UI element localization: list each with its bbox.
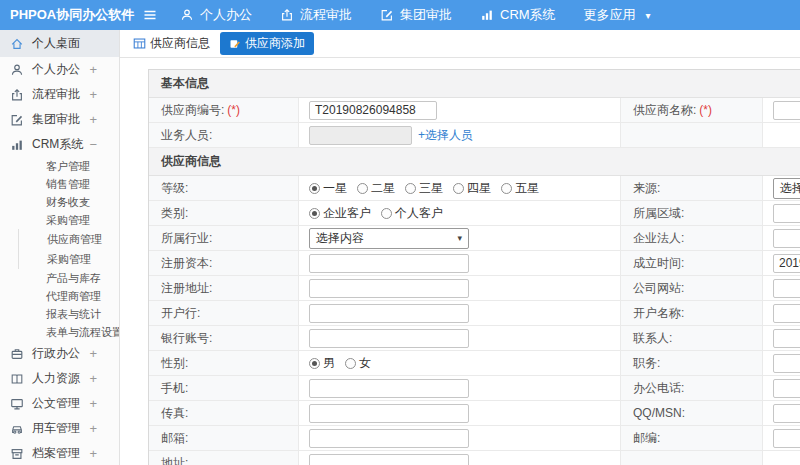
sidebar-item-vehicle-mgmt[interactable]: 用车管理+ (0, 416, 119, 441)
region-input[interactable] (773, 204, 800, 223)
fax-label: 传真: (149, 401, 299, 425)
expander-icon[interactable]: + (79, 272, 87, 285)
sidebar-item-finance-income-expense[interactable]: 财务收支+ (0, 193, 119, 211)
field-label-text: 手机: (161, 380, 188, 397)
office-phone-input[interactable] (773, 379, 800, 398)
legal-person-input[interactable] (773, 229, 800, 248)
supplier-name-input[interactable] (773, 101, 800, 120)
gender-radio-group: 男女 (309, 355, 381, 372)
mobile-input[interactable] (309, 379, 469, 398)
zip-code-input[interactable] (773, 429, 800, 448)
expander-icon[interactable]: + (89, 347, 97, 360)
account-name-input[interactable] (773, 304, 800, 323)
sidebar-item-form-workflow-settings[interactable]: 表单与流程设置+ (0, 323, 119, 341)
source-select[interactable]: 选择内容▾ (773, 178, 800, 199)
topnav-label: 更多应用 (584, 6, 636, 24)
sidebar-item-personal-office[interactable]: 个人办公+ (0, 57, 119, 82)
expander-icon[interactable]: + (79, 290, 87, 303)
sidebar-item-agent-mgmt[interactable]: 代理商管理+ (0, 287, 119, 305)
bank-branch-input[interactable] (309, 304, 469, 323)
topnav-crm-system[interactable]: CRM系统 (480, 6, 556, 24)
field-label-text: 企业法人: (633, 230, 684, 247)
category-radio-1[interactable] (381, 208, 392, 219)
level-radio-2[interactable] (405, 183, 416, 194)
level-radio-3[interactable] (453, 183, 464, 194)
company-website-label: 公司网站: (621, 276, 763, 300)
expander-icon[interactable]: + (79, 178, 87, 191)
company-website-input[interactable] (773, 279, 800, 298)
expander-icon[interactable]: − (89, 138, 97, 151)
address-input[interactable] (309, 454, 469, 465)
tab-supplier-info[interactable]: 供应商信息 (133, 35, 210, 52)
sidebar-item-process-approval[interactable]: 流程审批+ (0, 82, 119, 107)
sidebar-item-customer-mgmt[interactable]: 客户管理+ (0, 157, 119, 175)
edit-add-icon (229, 38, 241, 50)
sidebar-item-purchasing-mgmt[interactable]: 采购管理 (19, 249, 119, 269)
sidebar-item-supplier-mgmt[interactable]: 供应商管理 (19, 229, 119, 249)
sidebar-submenu-purchase-mgmt: 供应商管理采购管理 (18, 229, 119, 269)
expander-icon[interactable]: + (89, 422, 97, 435)
required-marker: (*) (227, 103, 240, 117)
level-radio-0[interactable] (309, 183, 320, 194)
field-label-text: 邮箱: (161, 430, 188, 447)
form-row: 等级:一星二星三星四星五星来源:选择内容▾ (149, 176, 800, 201)
sidebar-item-human-resources[interactable]: 人力资源+ (0, 366, 119, 391)
sidebar-item-sales-mgmt[interactable]: 销售管理+ (0, 175, 119, 193)
category-label: 类别: (149, 201, 299, 225)
sidebar-item-document-mgmt[interactable]: 公文管理+ (0, 391, 119, 416)
sidebar-item-reports-stats[interactable]: 报表与统计 (0, 305, 119, 323)
registered-capital-input[interactable] (309, 254, 469, 273)
gender-radio-1[interactable] (345, 358, 356, 369)
sidebar-item-archive-mgmt[interactable]: 档案管理+ (0, 441, 119, 465)
sidebar: 个人桌面个人办公+流程审批+集团审批+CRM系统−客户管理+销售管理+财务收支+… (0, 30, 120, 465)
gender-radio-0[interactable] (309, 358, 320, 369)
field-label-text: 所属区域: (633, 205, 684, 222)
user-icon (180, 8, 194, 22)
sidebar-item-admin-office[interactable]: 行政办公+ (0, 341, 119, 366)
level-radio-1[interactable] (357, 183, 368, 194)
industry-select[interactable]: 选择内容▾ (309, 228, 469, 249)
expander-icon[interactable]: + (79, 196, 87, 209)
sidebar-item-label: 用车管理 (32, 420, 80, 437)
expander-icon[interactable]: − (79, 214, 87, 227)
bank-account-input[interactable] (309, 329, 469, 348)
tab-supplier-add[interactable]: 供应商添加 (220, 32, 314, 55)
sidebar-item-group-approval[interactable]: 集团审批+ (0, 107, 119, 132)
category-radio-0[interactable] (309, 208, 320, 219)
menu-icon[interactable] (142, 7, 158, 23)
business-person-input[interactable] (309, 126, 412, 145)
expander-icon[interactable]: + (89, 113, 97, 126)
sidebar-item-product-inventory[interactable]: 产品与库存+ (0, 269, 119, 287)
sidebar-item-crm-system[interactable]: CRM系统− (0, 132, 119, 157)
sidebar-item-personal-desktop[interactable]: 个人桌面 (0, 30, 119, 57)
expander-icon[interactable]: + (89, 447, 97, 460)
expander-icon[interactable]: + (89, 397, 97, 410)
topnav-more-apps[interactable]: 更多应用▾ (584, 6, 651, 24)
share-icon (280, 8, 294, 22)
field-label-text: 地址: (161, 455, 188, 465)
expander-icon[interactable]: + (79, 160, 87, 173)
topnav-group-approval[interactable]: 集团审批 (380, 6, 452, 24)
registered-address-input[interactable] (309, 279, 469, 298)
contact-person-input[interactable] (773, 329, 800, 348)
sidebar-item-purchase-mgmt[interactable]: 采购管理− (0, 211, 119, 229)
position-input[interactable] (773, 354, 800, 373)
empty-1-field (763, 123, 800, 147)
topnav-process-approval[interactable]: 流程审批 (280, 6, 352, 24)
edit-icon (10, 113, 24, 127)
level-radio-4[interactable] (501, 183, 512, 194)
established-date-input[interactable] (773, 254, 800, 273)
field-label-text: 银行账号: (161, 330, 212, 347)
expander-icon[interactable]: + (89, 63, 97, 76)
topnav-personal-office[interactable]: 个人办公 (180, 6, 252, 24)
email-input[interactable] (309, 429, 469, 448)
top-bar: PHPOA协同办公软件 个人办公流程审批集团审批CRM系统更多应用▾ (0, 0, 800, 30)
chart-icon (10, 138, 24, 152)
expander-icon[interactable]: + (89, 88, 97, 101)
select-person-link[interactable]: +选择人员 (418, 127, 473, 144)
supplier-code-input[interactable] (309, 101, 437, 120)
qq-msn-input[interactable] (773, 404, 800, 423)
fax-input[interactable] (309, 404, 469, 423)
email-field (299, 426, 621, 450)
expander-icon[interactable]: + (89, 372, 97, 385)
